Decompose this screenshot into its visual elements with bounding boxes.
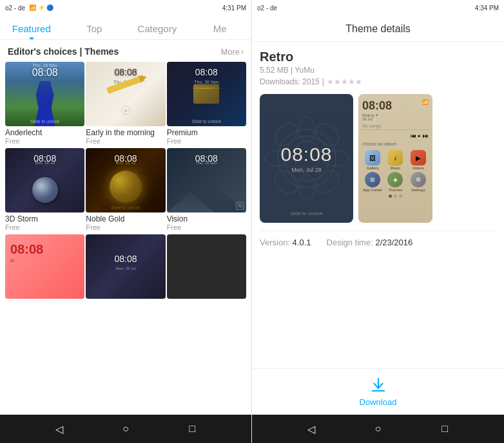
theme-size: 5.52 MB (260, 66, 289, 75)
themes-scroll[interactable]: 08:08 Thu, 26 Nov Slide to unlock Anderl… (0, 62, 251, 415)
theme-item-bottom3[interactable] (167, 234, 246, 303)
themes-grid: 08:08 Thu, 26 Nov Slide to unlock Anderl… (0, 62, 251, 303)
tab-category[interactable]: Category (126, 15, 189, 39)
music-icon: ♪ (387, 150, 403, 165)
globe-3d-icon (32, 177, 58, 203)
download-section: Download (252, 368, 504, 415)
theme-thumb-noble: 08:08 Mon, 28 Jul Slide to unlock (86, 148, 165, 212)
theme-item-vision[interactable]: 08:08 Thu, 26 Nov ⊞ Vision Free (167, 148, 246, 233)
app-center-icon: ⊞ (365, 172, 380, 187)
theme-thumb-anderlecht: 08:08 Thu, 26 Nov Slide to unlock (5, 62, 84, 126)
noble-ring-icon (110, 171, 142, 203)
theme-thumb-morning: 08:08 Thu, 26 Nov ∨ (86, 62, 165, 126)
back-button-left[interactable]: ◁ (50, 419, 69, 438)
page-title: Theme details (345, 23, 411, 34)
download-icon (369, 377, 387, 396)
theme-item-premium[interactable]: 08:08 Thu, 26 Nov Slide to unlock Premiu… (167, 62, 246, 147)
preview-main-image[interactable]: 08:08 Mon, Jul 28 slide to unlock (260, 94, 353, 223)
retro-clock: 08:08 (280, 144, 332, 165)
theme-item-anderlecht[interactable]: 08:08 Thu, 26 Nov Slide to unlock Anderl… (5, 62, 84, 147)
version-item: Version: 4.0.1 (260, 238, 311, 247)
design-time-item: Design time: 2/23/2016 (327, 238, 413, 247)
download-label: Download (360, 397, 397, 407)
theme-author: YuMu (295, 66, 315, 75)
theme-meta: 5.52 MB | YuMu (260, 66, 496, 75)
media-controls-icon: ⏮ ▶ ⏭ (362, 133, 429, 139)
tab-me[interactable]: Me (189, 15, 252, 39)
carrier-right: o2 - de (257, 5, 277, 12)
gallery-icon: 🖼 (365, 150, 380, 165)
star-rating: ★★★★★ (327, 77, 362, 86)
recent-button-left[interactable]: □ (182, 419, 202, 438)
theme-item-bottom2[interactable]: 08:08 Mon, 28 Jul (86, 234, 165, 303)
theme-version-row: Version: 4.0.1 Design time: 2/23/2016 (260, 231, 496, 254)
grid-icon: ⊞ (236, 202, 244, 210)
theme-item-bottom1[interactable]: 08:08 U (5, 234, 84, 303)
theme-thumb-bottom3 (167, 234, 246, 299)
status-left: o2 - de 📶 ⚡ 🔵 (5, 5, 53, 12)
right-bottom-nav: ◁ ○ □ (252, 415, 504, 443)
gold-shape-icon (193, 84, 219, 104)
recent-button-right[interactable]: □ (435, 419, 454, 438)
download-button[interactable]: Download (260, 377, 496, 407)
theme-downloads: Downloads: 2015 | ★★★★★ (260, 77, 496, 86)
themes-icon: ◈ (387, 172, 403, 187)
settings-icon: ⚙ (411, 172, 426, 187)
tab-featured[interactable]: Featured (0, 15, 63, 39)
right-panel: o2 - de 4:34 PM Theme details Retro 5.52… (252, 0, 504, 443)
preview-images: 08:08 Mon, Jul 28 slide to unlock 08:08 … (260, 94, 496, 223)
vintage-home-screen: 08:08 Beijing ☀ 28 Jul 📶 No songs ⏮ ▶ ⏭ … (358, 94, 432, 223)
right-status-bar: o2 - de 4:34 PM (252, 0, 504, 15)
right-header: Theme details (252, 15, 504, 42)
theme-detail-content: Retro 5.52 MB | YuMu Downloads: 2015 | ★… (252, 42, 504, 368)
status-right: 4:31 PM (222, 5, 246, 12)
theme-name-detail: Retro (260, 50, 496, 64)
retro-date: Mon, Jul 28 (280, 167, 332, 173)
retro-lock-screen: 08:08 Mon, Jul 28 slide to unlock (260, 94, 353, 223)
theme-thumb-3dstorm: 08:08 Mon, 28 Jul (5, 148, 84, 212)
chevron-down-icon: ∨ (121, 106, 130, 115)
status-icons-left: 📶 ⚡ 🔵 (29, 5, 53, 11)
dot-indicator (399, 194, 402, 198)
section-title: Editor's choices | Themes (8, 46, 119, 57)
dot-indicator (394, 194, 397, 198)
more-link[interactable]: More › (220, 47, 244, 57)
theme-item-noblegold[interactable]: 08:08 Mon, 28 Jul Slide to unlock Noble … (86, 148, 165, 233)
nav-tabs: Featured Top Category Me (0, 15, 251, 40)
back-button-right[interactable]: ◁ (302, 419, 321, 438)
left-bottom-nav: ◁ ○ □ (0, 415, 251, 443)
preview-secondary-image[interactable]: 08:08 Beijing ☀ 28 Jul 📶 No songs ⏮ ▶ ⏭ … (358, 94, 432, 223)
theme-item-3dstorm[interactable]: 08:08 Mon, 28 Jul 3D Storm Free (5, 148, 84, 233)
divider: | (322, 77, 324, 86)
dot-indicator (389, 194, 392, 198)
pencil-icon (106, 75, 145, 94)
time-right: 4:34 PM (475, 5, 499, 12)
theme-thumb-bottom1: 08:08 U (5, 234, 84, 299)
section-header: Editor's choices | Themes More › (0, 40, 251, 62)
home-button-right[interactable]: ○ (368, 419, 387, 438)
tab-top[interactable]: Top (63, 15, 126, 39)
videos-icon: ▶ (411, 150, 426, 165)
left-status-bar: o2 - de 📶 ⚡ 🔵 4:31 PM (0, 0, 251, 15)
theme-item-morning[interactable]: 08:08 Thu, 26 Nov ∨ Early in the morning… (86, 62, 165, 147)
time-left: 4:31 PM (222, 5, 246, 12)
slide-to-unlock-text: slide to unlock (290, 211, 323, 216)
home-button-left[interactable]: ○ (116, 419, 135, 438)
carrier-left: o2 - de (5, 5, 25, 12)
theme-thumb-premium: 08:08 Thu, 26 Nov Slide to unlock (167, 62, 246, 126)
theme-thumb-bottom2: 08:08 Mon, 28 Jul (86, 234, 165, 299)
left-panel: o2 - de 📶 ⚡ 🔵 4:31 PM Featured Top Categ… (0, 0, 252, 443)
theme-thumb-vision: 08:08 Thu, 26 Nov ⊞ (167, 148, 246, 212)
chevron-right-icon: › (241, 47, 244, 56)
